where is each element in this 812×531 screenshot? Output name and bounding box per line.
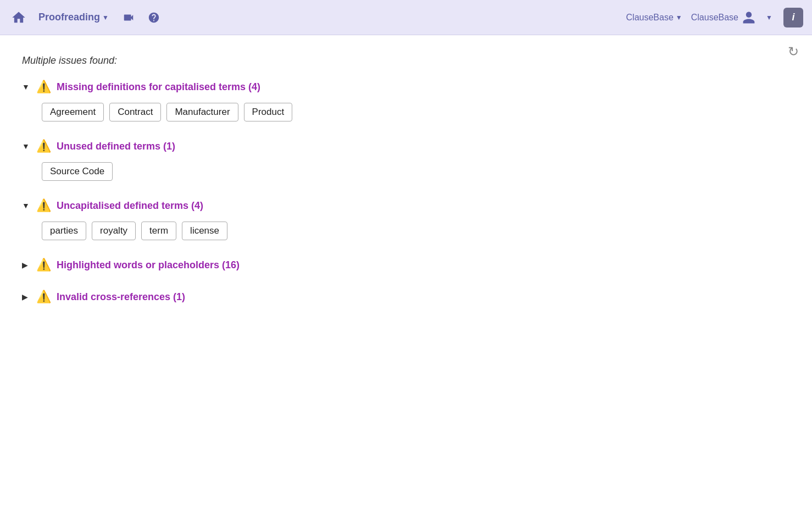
warning-icon-invalid-cross-references: ⚠️: [36, 290, 51, 304]
issue-section-uncapitalised-defined: ⚠️Uncapitalised defined terms (4)parties…: [22, 198, 790, 240]
tag-manufacturer[interactable]: Manufacturer: [166, 103, 238, 121]
user-dropdown-arrow: ▼: [766, 14, 772, 21]
sections-container: ⚠️Missing definitions for capitalised te…: [22, 80, 790, 304]
proofreading-dropdown-arrow: ▼: [102, 14, 109, 21]
chevron-highlighted-words[interactable]: [22, 261, 31, 269]
tag-term[interactable]: term: [141, 222, 176, 240]
header-right: ClauseBase ▼ ClauseBase ▼ i: [622, 8, 803, 27]
issue-title-row-invalid-cross-references[interactable]: ⚠️Invalid cross-references (1): [22, 290, 790, 304]
tags-row-unused-defined: Source Code: [42, 162, 790, 181]
tag-contract[interactable]: Contract: [109, 103, 161, 121]
issue-label-missing-definitions: Missing definitions for capitalised term…: [57, 81, 260, 93]
clausebase-left-button[interactable]: ClauseBase ▼: [622, 9, 687, 26]
issue-section-invalid-cross-references: ⚠️Invalid cross-references (1): [22, 290, 790, 304]
issue-title-row-uncapitalised-defined[interactable]: ⚠️Uncapitalised defined terms (4): [22, 198, 790, 213]
warning-icon-unused-defined: ⚠️: [36, 139, 51, 153]
user-icon: [741, 9, 757, 26]
tag-agreement[interactable]: Agreement: [42, 103, 104, 121]
clausebase-left-dropdown-arrow: ▼: [676, 14, 682, 21]
clausebase-left-label: ClauseBase: [626, 13, 674, 23]
issues-header: Multiple issues found:: [22, 55, 790, 67]
warning-icon-uncapitalised-defined: ⚠️: [36, 198, 51, 213]
issue-title-row-missing-definitions[interactable]: ⚠️Missing definitions for capitalised te…: [22, 80, 790, 94]
header: Proofreading ▼ ClauseBase ▼ ClauseBase: [0, 0, 812, 35]
user-label: ClauseBase: [691, 13, 738, 23]
warning-icon-missing-definitions: ⚠️: [36, 80, 51, 94]
refresh-button[interactable]: ↻: [788, 44, 799, 59]
issue-label-highlighted-words: Highlighted words or placeholders (16): [57, 259, 240, 271]
tags-row-missing-definitions: AgreementContractManufacturerProduct: [42, 103, 790, 121]
info-label: i: [792, 12, 794, 23]
issue-label-invalid-cross-references: Invalid cross-references (1): [57, 291, 185, 303]
chevron-unused-defined[interactable]: [22, 142, 31, 151]
tags-row-uncapitalised-defined: partiesroyaltytermlicense: [42, 222, 790, 240]
help-icon-button[interactable]: [144, 8, 164, 27]
tag-license[interactable]: license: [182, 222, 227, 240]
tag-product[interactable]: Product: [244, 103, 293, 121]
tag-royalty[interactable]: royalty: [92, 222, 136, 240]
warning-icon-highlighted-words: ⚠️: [36, 258, 51, 272]
issue-section-missing-definitions: ⚠️Missing definitions for capitalised te…: [22, 80, 790, 121]
issue-title-row-unused-defined[interactable]: ⚠️Unused defined terms (1): [22, 139, 790, 153]
tag-parties[interactable]: parties: [42, 222, 86, 240]
issue-title-row-highlighted-words[interactable]: ⚠️Highlighted words or placeholders (16): [22, 258, 790, 272]
tag-source-code[interactable]: Source Code: [42, 162, 113, 181]
home-icon[interactable]: [9, 8, 29, 27]
info-button[interactable]: i: [783, 8, 803, 27]
issue-label-unused-defined: Unused defined terms (1): [57, 141, 175, 152]
proofreading-nav-button[interactable]: Proofreading ▼: [34, 8, 113, 26]
chevron-uncapitalised-defined[interactable]: [22, 201, 31, 210]
main-content: ↻ Multiple issues found: ⚠️Missing defin…: [0, 35, 812, 531]
chevron-missing-definitions[interactable]: [22, 82, 31, 91]
issue-section-highlighted-words: ⚠️Highlighted words or placeholders (16): [22, 258, 790, 272]
user-section: ClauseBase ▼: [691, 8, 779, 27]
issue-label-uncapitalised-defined: Uncapitalised defined terms (4): [57, 200, 203, 212]
chevron-invalid-cross-references[interactable]: [22, 292, 31, 301]
user-dropdown-button[interactable]: ▼: [759, 8, 779, 27]
video-icon-button[interactable]: [119, 8, 138, 27]
header-left: Proofreading ▼: [9, 8, 618, 27]
proofreading-label: Proofreading: [38, 12, 100, 23]
issue-section-unused-defined: ⚠️Unused defined terms (1)Source Code: [22, 139, 790, 181]
